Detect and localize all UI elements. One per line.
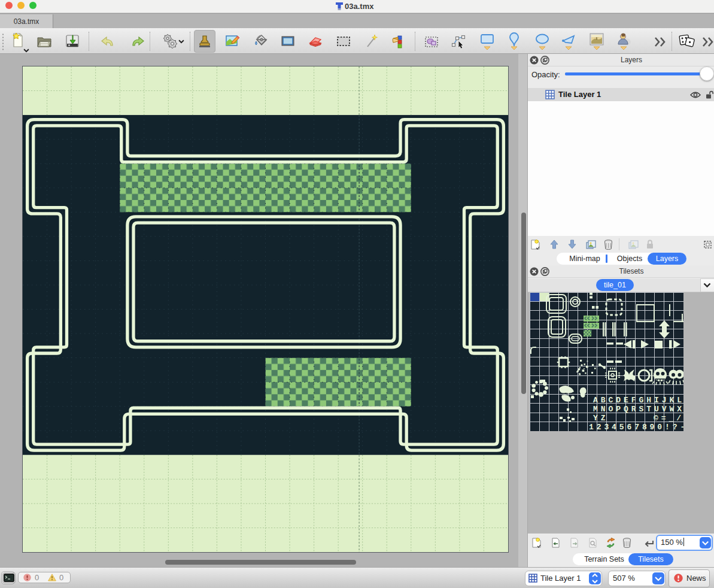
svg-text:ABCDEFGHIJKL: ABCDEFGHIJKL bbox=[593, 396, 683, 405]
svg-text:1234567890!?-: 1234567890!?- bbox=[589, 423, 683, 431]
svg-text:YZ: YZ bbox=[593, 414, 609, 423]
svg-text:MNOPQRSTUVWX: MNOPQRSTUVWX bbox=[593, 405, 683, 414]
svg-text:©=_/: ©=_/ bbox=[654, 414, 683, 423]
